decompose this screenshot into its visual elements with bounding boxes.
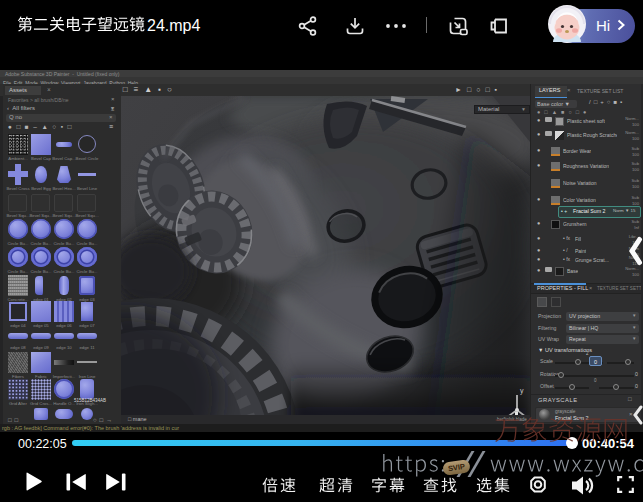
svg-text:y: y (520, 387, 524, 395)
